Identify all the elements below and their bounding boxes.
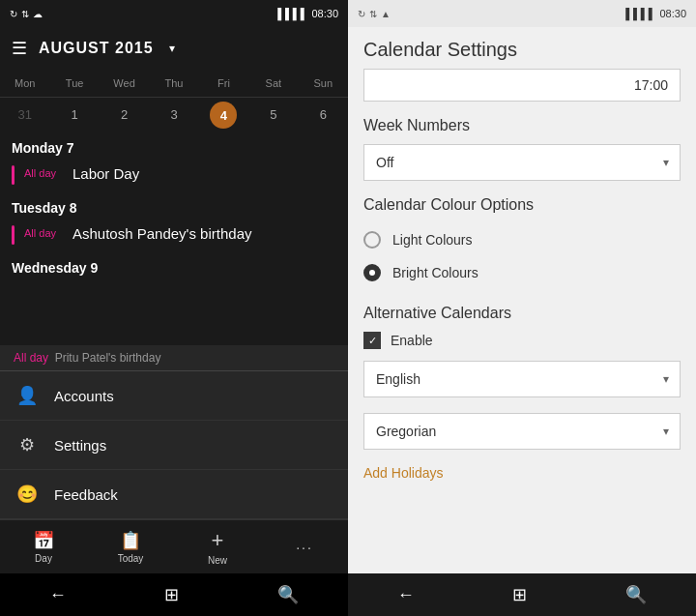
event-accent-bar-2 (12, 225, 14, 245)
calendar-cell-3[interactable]: 3 (149, 102, 198, 129)
nav-today[interactable]: 📋 Today (87, 530, 174, 564)
alt-calendars-section: Alternative Calendars Enable English Ara… (363, 305, 681, 481)
settings-content: Calendar Settings 17:00 Week Numbers Off… (348, 27, 696, 573)
menu-item-feedback[interactable]: 😊 Feedback (0, 470, 348, 519)
event-ashutosh[interactable]: All day Ashutosh Pandey's birthday (12, 221, 336, 249)
right-battery: ▌▌▌▌ (625, 8, 655, 19)
day-label-monday: Monday 7 (12, 140, 336, 156)
right-sync-icon: ⇅ (369, 9, 377, 19)
day-header-fri: Fri (199, 73, 248, 93)
nav-today-label: Today (118, 553, 144, 564)
chevron-down-icon[interactable]: ▾ (169, 42, 175, 55)
calendar-cell-2[interactable]: 2 (100, 102, 149, 129)
day-label-tuesday: Tuesday 8 (12, 200, 336, 216)
bottom-nav: 📅 Day 📋 Today + New ··· (0, 519, 348, 573)
right-status-icons: ↻ ⇅ ▲ (358, 9, 391, 19)
month-title: AUGUST 2015 (39, 40, 154, 57)
day-header-thu: Thu (149, 73, 198, 93)
back-button[interactable]: ← (49, 585, 67, 605)
enable-checkbox[interactable] (363, 332, 381, 349)
week-numbers-label: Week Numbers (363, 117, 681, 134)
battery-icon: ▌▌▌▌ (277, 8, 307, 19)
day-section-monday: Monday 7 All day Labor Day (0, 132, 348, 192)
right-panel: ↻ ⇅ ▲ ▌▌▌▌ 08:30 Calendar Settings 17:00… (348, 0, 696, 616)
menu-item-accounts[interactable]: 👤 Accounts (0, 371, 348, 421)
wifi-icon: ☁ (33, 9, 43, 19)
right-home-button[interactable]: ⊞ (512, 584, 527, 605)
calendar-type-select[interactable]: Gregorian Hijri Hebrew Persian (363, 413, 681, 450)
day-header-sat: Sat (248, 73, 298, 93)
event-title-labor-day: Labor Day (72, 165, 139, 182)
day-header-wed: Wed (100, 73, 149, 93)
radio-light-colours[interactable]: Light Colours (363, 223, 681, 256)
feedback-icon: 😊 (15, 484, 39, 505)
week-numbers-select[interactable]: Off On (363, 144, 681, 181)
right-refresh-icon: ↻ (358, 9, 365, 19)
left-panel: ↻ ⇅ ☁ ▌▌▌▌ 08:30 ☰ AUGUST 2015 ▾ Mon Tue… (0, 0, 348, 616)
search-button[interactable]: 🔍 (277, 584, 299, 605)
status-right: ▌▌▌▌ 08:30 (277, 8, 338, 19)
event-time-all-day-2: All day (24, 227, 63, 239)
nav-day-label: Day (35, 553, 52, 564)
left-time: 08:30 (311, 8, 338, 19)
settings-label: Settings (54, 437, 106, 454)
calendar-cell-1[interactable]: 1 (49, 102, 99, 129)
calendar-cell-5[interactable]: 5 (248, 102, 298, 129)
calendar-header: ☰ AUGUST 2015 ▾ (0, 27, 348, 70)
right-system-bar: ← ⊞ 🔍 (348, 573, 696, 616)
overlay-menu: All day Pritu Patel's birthday 👤 Account… (0, 345, 348, 616)
right-status-time-area: ▌▌▌▌ 08:30 (625, 8, 686, 19)
time-input[interactable]: 17:00 (363, 69, 681, 102)
radio-circle-light (363, 231, 381, 249)
nav-new-label: New (208, 555, 227, 566)
enable-label: Enable (391, 333, 433, 348)
day-section-tuesday: Tuesday 8 All day Ashutosh Pandey's birt… (0, 192, 348, 252)
nav-day[interactable]: 📅 Day (0, 530, 87, 564)
calendar-cell-4-today[interactable]: 4 (199, 102, 248, 129)
language-select[interactable]: English Arabic Hebrew Persian (363, 361, 681, 397)
day-icon: 📅 (33, 530, 54, 551)
event-title-ashutosh: Ashutosh Pandey's birthday (72, 225, 251, 242)
settings-icon: ⚙ (15, 434, 39, 455)
calendar-grid: 31 1 2 3 4 5 6 (0, 98, 348, 132)
radio-bright-colours[interactable]: Bright Colours (363, 256, 681, 289)
nav-more[interactable]: ··· (261, 540, 348, 555)
more-icon: ··· (296, 540, 313, 555)
day-label-wednesday: Wednesday 9 (12, 260, 336, 276)
calendar-type-select-wrapper: Gregorian Hijri Hebrew Persian ▾ (363, 413, 681, 450)
menu-button[interactable]: ☰ (12, 38, 27, 59)
home-button[interactable]: ⊞ (164, 584, 179, 605)
colour-options-label: Calendar Colour Options (363, 196, 681, 214)
left-status-bar: ↻ ⇅ ☁ ▌▌▌▌ 08:30 (0, 0, 348, 27)
event-labor-day[interactable]: All day Labor Day (12, 161, 336, 189)
calendar-cell-6[interactable]: 6 (299, 102, 348, 129)
bright-colours-label: Bright Colours (392, 265, 478, 280)
nav-new[interactable]: + New (174, 528, 261, 566)
feedback-label: Feedback (54, 486, 118, 503)
day-section-wednesday: Wednesday 9 (0, 252, 348, 285)
add-holidays-link[interactable]: Add Holidays (363, 465, 681, 481)
event-time-all-day: All day (24, 167, 63, 179)
day-header-tue: Tue (49, 73, 99, 93)
event-accent-bar (12, 165, 14, 185)
week-numbers-select-wrapper: Off On ▾ (363, 144, 681, 181)
colour-options: Light Colours Bright Colours (363, 223, 681, 289)
day-header-mon: Mon (0, 73, 49, 93)
menu-item-settings[interactable]: ⚙ Settings (0, 421, 348, 470)
light-colours-label: Light Colours (392, 232, 473, 248)
alt-calendars-label: Alternative Calendars (363, 305, 681, 322)
right-back-button[interactable]: ← (397, 585, 415, 605)
enable-checkbox-row[interactable]: Enable (363, 332, 681, 349)
sync-icon: ⇅ (21, 9, 29, 19)
today-icon: 📋 (120, 530, 141, 551)
language-select-wrapper: English Arabic Hebrew Persian ▾ (363, 361, 681, 397)
settings-title: Calendar Settings (363, 27, 681, 69)
calendar-cell-31[interactable]: 31 (0, 102, 49, 129)
day-headers: Mon Tue Wed Thu Fri Sat Sun (0, 70, 348, 98)
right-time: 08:30 (659, 8, 686, 19)
right-search-button[interactable]: 🔍 (625, 584, 647, 605)
radio-circle-bright (363, 264, 381, 281)
event-preview: All day Pritu Patel's birthday (0, 345, 348, 371)
status-icons-left: ↻ ⇅ ☁ (10, 9, 43, 19)
new-icon: + (212, 528, 224, 553)
